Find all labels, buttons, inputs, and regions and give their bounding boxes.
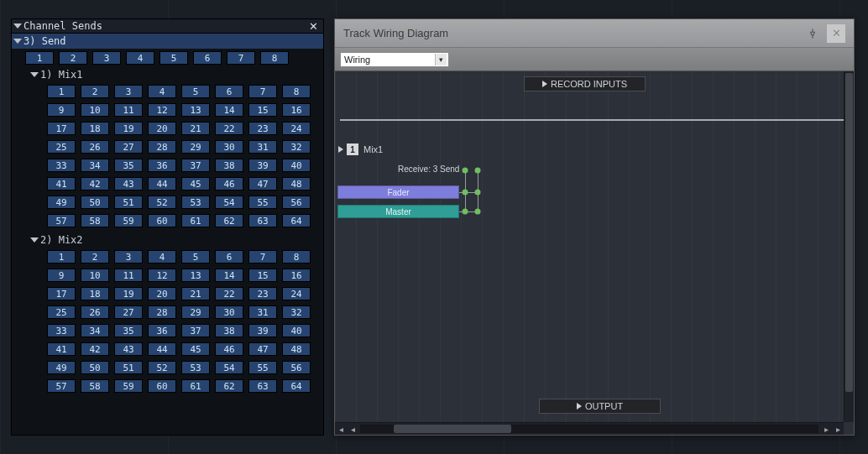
mix-cell[interactable]: 56 [282,196,311,209]
mix-cell[interactable]: 53 [181,361,210,374]
mix-cell[interactable]: 18 [81,287,109,300]
mix-cell[interactable]: 59 [114,214,143,227]
mix-cell[interactable]: 27 [114,305,143,319]
collapse-icon[interactable] [338,146,343,153]
mix-cell[interactable]: 44 [148,342,176,356]
send-header[interactable]: 3) Send [12,34,323,49]
wire-node[interactable] [463,190,468,196]
mix-cell[interactable]: 33 [47,324,76,337]
mix-cell[interactable]: 32 [282,305,311,319]
scrollbar-thumb[interactable] [394,425,511,433]
mix-cell[interactable]: 5 [181,250,210,264]
mix-cell[interactable]: 12 [148,269,176,282]
mix-cell[interactable]: 17 [47,122,76,135]
collapse-icon[interactable] [30,72,39,77]
mix-cell[interactable]: 47 [248,342,277,356]
mix-cell[interactable]: 53 [181,196,210,209]
send-top-cell[interactable]: 8 [260,51,289,65]
mix-cell[interactable]: 19 [114,122,143,135]
channel-sends-titlebar[interactable]: Channel Sends ✕ [12,19,323,34]
mix-cell[interactable]: 14 [215,269,243,282]
mix-cell[interactable]: 58 [81,379,109,393]
mix-cell[interactable]: 38 [215,159,243,172]
mix-cell[interactable]: 12 [148,103,176,117]
mix-cell[interactable]: 16 [282,103,311,117]
scrollbar-thumb[interactable] [845,73,853,392]
mix-cell[interactable]: 56 [282,361,311,374]
send-top-cell[interactable]: 3 [92,51,121,65]
collapse-icon[interactable] [13,39,22,44]
collapse-icon[interactable] [30,237,39,243]
mix-cell[interactable]: 49 [47,196,76,209]
mix-cell[interactable]: 20 [148,287,176,300]
mix-cell[interactable]: 48 [282,342,311,356]
mix-header[interactable]: 2) Mix2 [12,232,323,248]
mix-cell[interactable]: 62 [215,379,243,393]
mix-cell[interactable]: 63 [248,214,277,227]
mix-cell[interactable]: 28 [148,140,176,154]
mix-cell[interactable]: 61 [181,379,210,393]
mix-cell[interactable]: 51 [114,361,143,374]
mix-cell[interactable]: 1 [47,250,76,264]
mix-cell[interactable]: 43 [114,177,143,190]
mix-cell[interactable]: 4 [148,85,176,98]
mix-cell[interactable]: 60 [148,214,176,227]
scroll-right-icon[interactable]: ▸ [820,424,832,435]
mix-cell[interactable]: 37 [181,324,210,337]
wire-node[interactable] [475,190,481,196]
mix-cell[interactable]: 44 [148,177,176,190]
mix-cell[interactable]: 46 [215,177,243,190]
mix-cell[interactable]: 10 [81,269,109,282]
mix-cell[interactable]: 42 [81,177,109,190]
wire-node[interactable] [463,168,468,174]
mix-cell[interactable]: 29 [181,140,210,154]
mix-cell[interactable]: 23 [248,287,277,300]
mix-cell[interactable]: 48 [282,177,311,190]
mix-cell[interactable]: 63 [248,379,277,393]
close-icon[interactable]: ✕ [827,24,845,43]
scroll-right-fast-icon[interactable]: ▸ [832,424,844,435]
wiring-dropdown[interactable]: Wiring ▾ [340,52,449,67]
mix-cell[interactable]: 24 [282,287,311,300]
mix-cell[interactable]: 45 [181,177,210,190]
collapse-icon[interactable] [13,23,22,29]
mix-header[interactable]: 1) Mix1 [12,67,323,82]
mix-cell[interactable]: 21 [181,287,210,300]
mix-cell[interactable]: 22 [215,287,243,300]
mix-cell[interactable]: 1 [47,85,76,98]
mix-cell[interactable]: 36 [148,324,176,337]
mix-cell[interactable]: 20 [148,122,176,135]
mix-cell[interactable]: 39 [248,324,277,337]
mix-cell[interactable]: 9 [47,269,76,282]
mix-cell[interactable]: 5 [181,85,210,98]
record-inputs-button[interactable]: RECORD INPUTS [524,76,646,91]
mix-cell[interactable]: 45 [181,342,210,356]
mix-cell[interactable]: 17 [47,287,76,300]
mix-cell[interactable]: 26 [81,305,109,319]
mix-cell[interactable]: 14 [215,103,243,117]
mix-cell[interactable]: 52 [148,196,176,209]
mix-cell[interactable]: 29 [181,305,210,319]
output-button[interactable]: OUTPUT [539,399,661,414]
mix-cell[interactable]: 15 [248,269,277,282]
track-number[interactable]: 1 [347,144,358,155]
mix-cell[interactable]: 19 [114,287,143,300]
scroll-left-icon[interactable]: ◂ [335,424,347,435]
mix-cell[interactable]: 61 [181,214,210,227]
mix-cell[interactable]: 22 [215,122,243,135]
mix-cell[interactable]: 49 [47,361,76,374]
send-top-cell[interactable]: 4 [126,51,154,65]
mix-cell[interactable]: 7 [248,250,277,264]
mix-cell[interactable]: 9 [47,103,76,117]
mix-cell[interactable]: 60 [148,379,176,393]
mix-cell[interactable]: 40 [282,159,311,172]
mix-cell[interactable]: 32 [282,140,311,154]
mix-cell[interactable]: 41 [47,177,76,190]
vertical-scrollbar[interactable] [844,71,854,422]
mix-cell[interactable]: 15 [248,103,277,117]
mix-cell[interactable]: 54 [215,361,243,374]
mix-cell[interactable]: 3 [114,85,143,98]
mix-cell[interactable]: 23 [248,122,277,135]
master-block[interactable]: Master [337,205,459,218]
scrollbar-track[interactable] [360,425,818,433]
